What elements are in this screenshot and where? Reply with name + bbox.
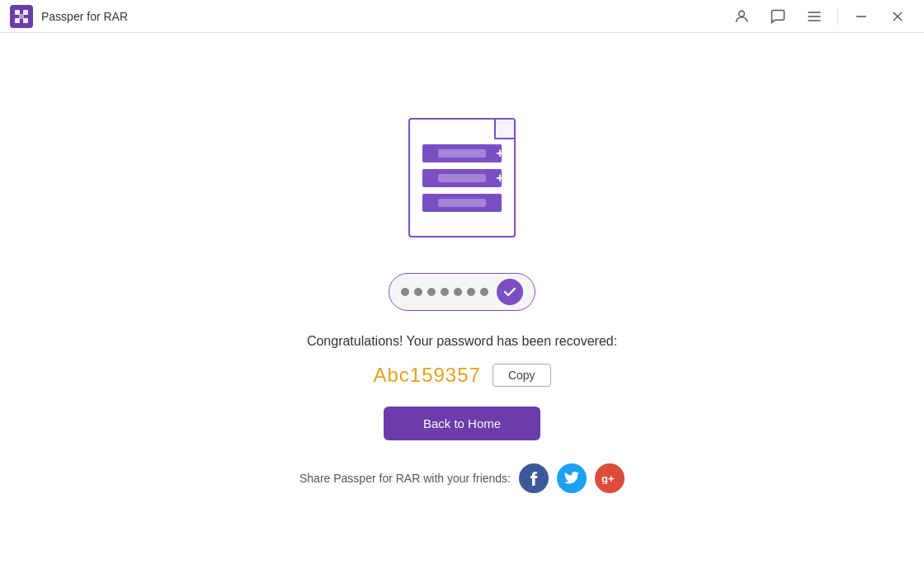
titlebar-controls [725,0,914,33]
share-row: Share Passper for RAR with your friends:… [299,463,625,493]
dot-7 [480,288,488,296]
titlebar-left: Passper for RAR [10,5,128,28]
svg-rect-3 [23,18,28,23]
app-icon [10,5,33,28]
password-value: Abc159357 [373,364,480,387]
svg-rect-0 [15,10,20,15]
dot-6 [467,288,475,296]
twitter-share-button[interactable] [557,463,587,493]
doc-row-inner-2 [438,174,486,182]
congrats-text: Congratulations! Your password has been … [307,334,617,349]
minimize-button[interactable] [845,0,878,33]
svg-text:g+: g+ [601,473,615,484]
file-document: + + [408,118,516,237]
dot-3 [427,288,436,296]
doc-row-inner-1 [438,149,486,158]
back-to-home-button[interactable]: Back to Home [384,407,540,440]
chat-button[interactable] [761,0,794,33]
svg-rect-4 [19,14,24,19]
password-display: Abc159357 Copy [373,364,550,387]
titlebar: Passper for RAR [0,0,924,33]
dot-4 [441,288,449,296]
doc-row-1: + [422,144,502,162]
close-button[interactable] [881,0,914,33]
check-circle [497,279,523,305]
googleplus-share-button[interactable]: g+ [595,463,625,493]
plus-icon-2: + [494,172,506,184]
doc-row-2: + [422,169,502,187]
plus-icon-1: + [494,148,506,159]
titlebar-title: Passper for RAR [41,10,128,23]
dot-5 [454,288,462,296]
doc-rows: + + [422,144,502,212]
user-button[interactable] [725,0,758,33]
file-illustration: + + [396,110,528,258]
share-label: Share Passper for RAR with your friends: [299,472,511,485]
dot-1 [401,288,409,296]
copy-button[interactable]: Copy [493,364,551,387]
doc-row-inner-3 [438,199,486,207]
main-content: + + Congratulations! You [0,33,924,569]
facebook-share-button[interactable] [519,463,549,493]
svg-point-5 [739,11,745,16]
password-dots-row [389,273,535,311]
svg-rect-2 [15,18,20,23]
svg-rect-1 [23,10,28,15]
doc-row-3 [422,194,502,212]
titlebar-separator [837,8,838,25]
dot-2 [414,288,422,296]
menu-button[interactable] [798,0,831,33]
